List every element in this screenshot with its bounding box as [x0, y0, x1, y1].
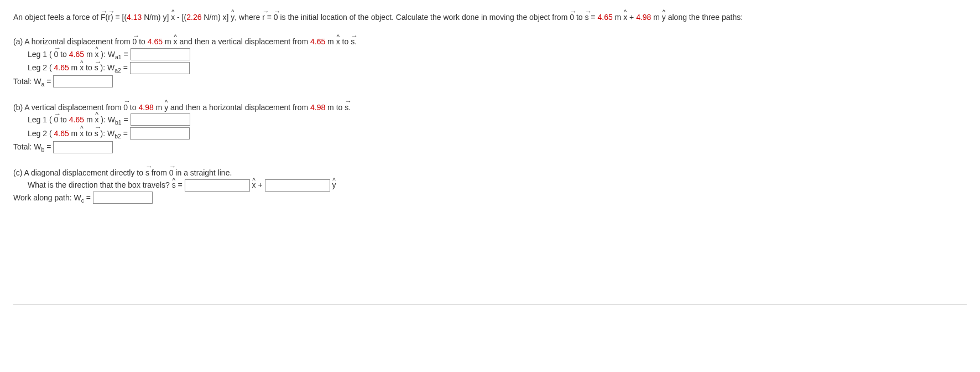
part-c: (c) A diagonal displacement directly to …	[13, 167, 965, 205]
value: 4.65	[148, 37, 163, 46]
text: , where	[234, 13, 262, 22]
text: m	[84, 50, 95, 59]
y-hat: y	[231, 11, 234, 23]
value: 4.98	[636, 13, 651, 22]
input-wb-total[interactable]	[53, 141, 113, 153]
x-hat: x	[80, 127, 84, 140]
subscript: b2	[114, 132, 121, 139]
y-hat: y	[662, 11, 666, 23]
vector-r-arg: r	[108, 11, 111, 23]
part-a: (a) A horizontal displacement from 0 to …	[13, 35, 965, 89]
part-b-leg2: Leg 2 ( 4.65 m x to s ): Wb2 =	[13, 127, 965, 141]
part-a-description: (a) A horizontal displacement from 0 to …	[13, 35, 965, 48]
text: (c) A diagonal displacement directly to	[13, 168, 145, 177]
text: m	[84, 115, 95, 124]
text: to	[340, 37, 351, 46]
vector-zero: 0	[570, 11, 574, 23]
text: m	[613, 13, 623, 22]
text: =	[44, 77, 53, 86]
text: Leg 1 (	[28, 50, 54, 59]
text: N/m) y]	[142, 13, 171, 22]
text: m to	[325, 103, 345, 112]
vector-s: s	[345, 101, 348, 113]
part-b-leg1: Leg 1 ( 0 to 4.65 m x ): Wb1 =	[13, 113, 965, 127]
value: 4.13	[127, 13, 142, 22]
divider	[13, 304, 967, 305]
vector-zero: 0	[123, 101, 128, 113]
text: - [(	[175, 13, 186, 22]
value: 2.26	[186, 13, 201, 22]
x-hat: x	[252, 179, 256, 191]
part-b-description: (b) A vertical displacement from 0 to 4.…	[13, 101, 965, 113]
x-hat: x	[171, 11, 175, 23]
text: Leg 2 (	[28, 129, 54, 138]
text: m	[69, 63, 80, 72]
text: =	[121, 129, 130, 138]
value: 4.98	[138, 103, 153, 112]
text: =	[84, 193, 93, 202]
text: Leg 2 (	[28, 63, 54, 72]
text: =	[122, 115, 131, 124]
text: Leg 1 (	[28, 115, 54, 124]
text: Total: W	[13, 77, 41, 86]
s-hat: s	[172, 179, 176, 191]
subscript: b1	[115, 119, 122, 126]
input-wb1[interactable]	[131, 113, 190, 126]
problem-intro: An object feels a force of F(r) = [(4.13…	[13, 11, 965, 23]
vector-zero: 0	[54, 48, 58, 60]
input-wb2[interactable]	[130, 127, 190, 140]
text: ): W	[98, 50, 115, 59]
y-hat: y	[332, 179, 336, 191]
input-sx[interactable]	[185, 179, 250, 192]
text: =	[44, 142, 53, 151]
vector-s: s	[145, 167, 149, 179]
vector-s: s	[95, 127, 98, 140]
text: m	[651, 13, 661, 22]
input-wa-total[interactable]	[53, 75, 113, 87]
vector-zero: 0	[133, 35, 137, 48]
part-a-leg1: Leg 1 ( 0 to 4.65 m x ): Wa1 =	[13, 48, 965, 62]
value: 4.65	[54, 63, 69, 72]
input-wc[interactable]	[93, 192, 153, 204]
text: +	[627, 13, 636, 22]
text: (a) A horizontal displacement from	[13, 37, 133, 46]
text: m	[163, 37, 173, 46]
part-c-work: Work along path: Wc =	[13, 192, 965, 205]
text: Total: W	[13, 142, 41, 151]
input-wa2[interactable]	[130, 62, 190, 74]
subscript: a2	[114, 67, 121, 74]
value: 4.98	[310, 103, 325, 112]
value: 4.65	[597, 13, 612, 22]
text: m	[69, 129, 80, 138]
x-hat: x	[623, 11, 627, 23]
x-hat: x	[80, 61, 84, 74]
input-sy[interactable]	[265, 179, 330, 192]
text: and then a vertical displacement from	[178, 37, 310, 46]
text: An object feels a force of	[13, 13, 101, 22]
vector-s: s	[95, 61, 98, 74]
vector-s: s	[351, 35, 355, 48]
text: (b) A vertical displacement from	[13, 103, 123, 112]
subscript: a1	[115, 54, 122, 60]
text: N/m) x]	[201, 13, 231, 22]
text: along the three paths:	[666, 13, 743, 22]
text: to	[84, 129, 94, 138]
text: ): W	[98, 115, 115, 124]
text: What is the direction that the box trave…	[28, 180, 172, 189]
vector-F: F	[101, 11, 106, 23]
problem-container: An object feels a force of F(r) = [(4.13…	[13, 11, 965, 205]
value: 4.65	[54, 129, 69, 138]
part-a-total: Total: Wa =	[13, 75, 965, 89]
text: in a straight line.	[173, 168, 232, 177]
text: =	[121, 63, 130, 72]
part-c-description: (c) A diagonal displacement directly to …	[13, 167, 965, 179]
text: is the initial location of the object. C…	[278, 13, 570, 22]
value: 4.65	[69, 50, 84, 59]
vector-s: s	[585, 11, 588, 23]
input-wa1[interactable]	[131, 48, 190, 60]
value: 4.65	[310, 37, 325, 46]
x-hat: x	[174, 35, 178, 48]
x-hat: x	[336, 35, 340, 48]
y-hat: y	[164, 101, 168, 113]
part-c-direction: What is the direction that the box trave…	[13, 179, 965, 192]
